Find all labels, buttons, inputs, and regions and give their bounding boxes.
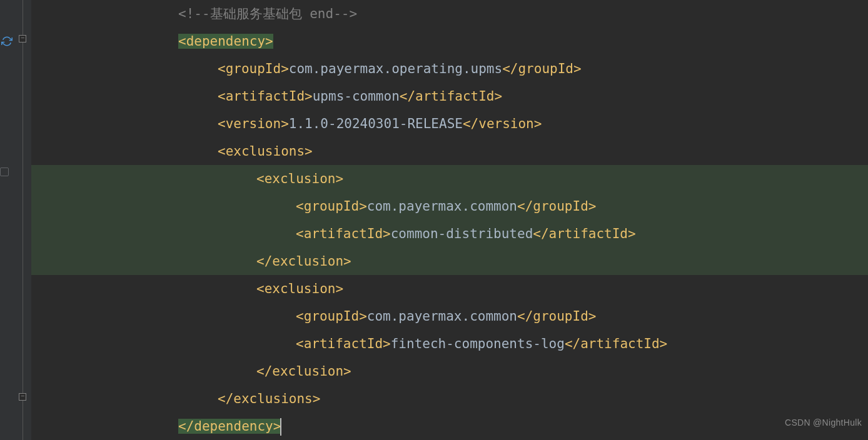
fold-marker-open[interactable]: − bbox=[19, 35, 26, 42]
xml-tag: </artifactId> bbox=[400, 89, 502, 104]
xml-tag: <groupId> bbox=[218, 61, 289, 76]
xml-text: fintech-components-log bbox=[391, 336, 565, 351]
xml-tag: </artifactId> bbox=[533, 226, 635, 241]
refresh-icon[interactable] bbox=[1, 30, 13, 41]
bookmark-icon[interactable] bbox=[0, 168, 9, 176]
xml-tag: <groupId> bbox=[296, 309, 367, 324]
fold-guide-line bbox=[23, 0, 23, 440]
xml-tag: <exclusion> bbox=[256, 281, 343, 296]
xml-comment: <!--基础服务基础包 end--> bbox=[178, 6, 357, 21]
code-line[interactable]: <exclusions> bbox=[31, 138, 868, 165]
code-line[interactable]: <artifactId>fintech-components-log</arti… bbox=[31, 330, 868, 358]
code-line[interactable]: <version>1.1.0-20240301-RELEASE</version… bbox=[31, 110, 868, 138]
xml-tag: <artifactId> bbox=[296, 226, 391, 241]
gutter: − − bbox=[0, 0, 31, 440]
xml-tag: </groupId> bbox=[502, 61, 581, 76]
code-area[interactable]: <!--基础服务基础包 end--> <dependency> <groupId… bbox=[31, 0, 868, 440]
watermark: CSDN @NightHulk bbox=[785, 409, 862, 436]
code-line[interactable]: <exclusion> bbox=[31, 165, 868, 192]
xml-text: com.payermax.common bbox=[367, 199, 517, 214]
xml-tag: </exclusion> bbox=[256, 254, 351, 269]
xml-tag-dependency-close: </dependency> bbox=[178, 419, 281, 434]
code-line[interactable]: <!--基础服务基础包 end--> bbox=[31, 0, 868, 28]
xml-tag-dependency-open: <dependency> bbox=[178, 34, 273, 49]
code-line[interactable]: <dependency> bbox=[31, 28, 868, 55]
code-line[interactable]: </dependency> bbox=[31, 412, 868, 440]
xml-text: 1.1.0-20240301-RELEASE bbox=[289, 116, 463, 131]
xml-text: com.payermax.common bbox=[367, 309, 517, 324]
xml-tag: </exclusions> bbox=[218, 391, 320, 406]
code-line[interactable]: </exclusions> bbox=[31, 385, 868, 412]
code-line[interactable]: <groupId>com.payermax.common</groupId> bbox=[31, 302, 868, 330]
text-cursor bbox=[280, 418, 281, 436]
code-line[interactable]: <groupId>com.payermax.operating.upms</gr… bbox=[31, 55, 868, 82]
code-line[interactable]: <artifactId>upms-common</artifactId> bbox=[31, 82, 868, 110]
xml-tag: <exclusions> bbox=[218, 144, 313, 159]
xml-tag: <artifactId> bbox=[218, 89, 313, 104]
xml-tag: </artifactId> bbox=[565, 336, 667, 351]
code-line[interactable]: </exclusion> bbox=[31, 248, 868, 275]
xml-tag: <artifactId> bbox=[296, 336, 391, 351]
code-line[interactable]: </exclusion> bbox=[31, 358, 868, 385]
code-line[interactable]: <groupId>com.payermax.common</groupId> bbox=[31, 192, 868, 220]
xml-tag: </groupId> bbox=[517, 309, 596, 324]
xml-text: upms-common bbox=[313, 89, 400, 104]
code-line[interactable]: <exclusion> bbox=[31, 275, 868, 302]
xml-tag: </groupId> bbox=[517, 199, 596, 214]
xml-tag: <version> bbox=[218, 116, 289, 131]
xml-tag: <groupId> bbox=[296, 199, 367, 214]
editor-pane: − − <!--基础服务基础包 end--> <dependency> <gro… bbox=[0, 0, 868, 440]
fold-marker-close[interactable]: − bbox=[19, 393, 26, 401]
xml-tag: <exclusion> bbox=[256, 171, 343, 186]
xml-text: common-distributed bbox=[391, 226, 533, 241]
xml-tag: </exclusion> bbox=[256, 364, 351, 379]
code-line[interactable]: <artifactId>common-distributed</artifact… bbox=[31, 220, 868, 248]
xml-tag: </version> bbox=[463, 116, 542, 131]
xml-text: com.payermax.operating.upms bbox=[289, 61, 502, 76]
